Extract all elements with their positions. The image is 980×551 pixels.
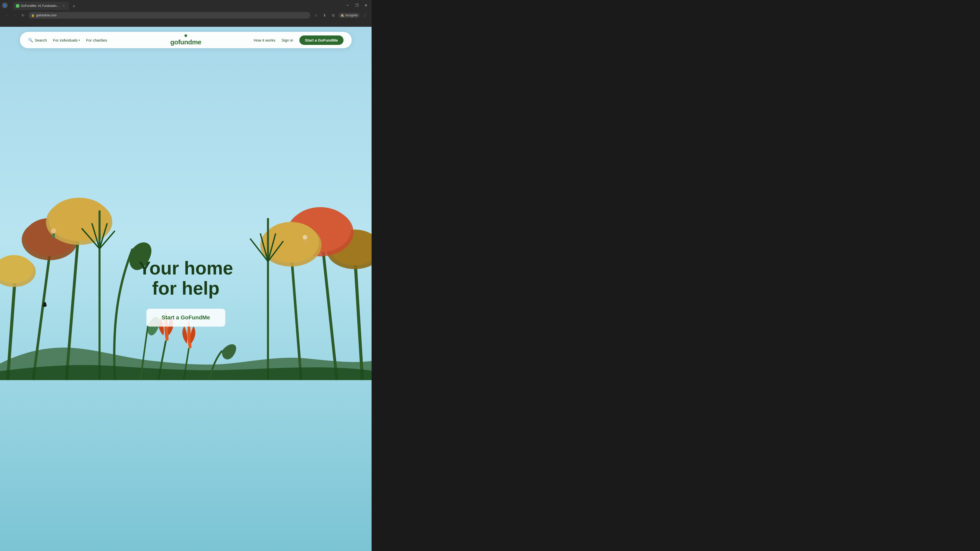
url-text: gofundme.com — [36, 14, 56, 17]
lock-icon: 🔒 — [31, 14, 35, 17]
window-buttons: − ❐ ✕ — [344, 2, 369, 9]
address-bar[interactable]: 🔒 gofundme.com — [29, 12, 310, 19]
logo-icon — [183, 34, 189, 37]
hero-title-line2: for help — [152, 278, 220, 299]
minimize-button[interactable]: − — [344, 2, 351, 9]
tab-favicon: G — [16, 4, 19, 8]
for-individuals-label: For individuals — [53, 38, 78, 42]
svg-line-38 — [184, 35, 185, 35]
start-gofundme-button[interactable]: Start a GoFundMe — [299, 35, 344, 45]
tab-close-button[interactable]: × — [62, 4, 66, 8]
bookmark-icon[interactable]: ☆ — [312, 12, 320, 19]
close-button[interactable]: ✕ — [363, 2, 369, 9]
incognito-badge: 🕵 Incognito — [339, 13, 360, 18]
logo[interactable]: gofundme — [170, 34, 201, 46]
hero-title-line1: Your home — [138, 258, 233, 278]
search-button[interactable]: 🔍 Search — [28, 38, 47, 43]
browser-actions: ☆ ⬇ ⧉ 🕵 Incognito ⋮ — [312, 12, 369, 19]
nav-right: How it works Sign in Start a GoFundMe — [201, 35, 344, 45]
start-button-label: Start a GoFundMe — [305, 38, 338, 42]
hero-content: Your home for help Start a GoFundMe — [138, 258, 233, 327]
page-content: 🔍 Search For individuals ▾ For charities — [0, 27, 372, 551]
hero-cta-label: Start a GoFundMe — [162, 314, 210, 321]
forward-button[interactable]: → — [11, 12, 18, 19]
hero-title: Your home for help — [138, 258, 233, 299]
for-charities-label: For charities — [86, 38, 107, 42]
incognito-label: Incognito — [345, 14, 358, 17]
title-bar: 👤 G GoFundMe: #1 Fundraising Pla... × + … — [0, 0, 372, 11]
tab-title: GoFundMe: #1 Fundraising Pla... — [21, 4, 60, 8]
nav-left: 🔍 Search For individuals ▾ For charities — [28, 38, 170, 43]
address-bar-row: ← → ↻ 🔒 gofundme.com ☆ ⬇ ⧉ 🕵 Incognito ⋮ — [0, 11, 372, 20]
profile-icon[interactable]: 👤 — [2, 3, 8, 8]
sign-in-label: Sign in — [282, 38, 293, 42]
split-screen-icon[interactable]: ⧉ — [330, 12, 337, 19]
tab-bar: G GoFundMe: #1 Fundraising Pla... × + — [11, 1, 343, 10]
active-tab[interactable]: G GoFundMe: #1 Fundraising Pla... × — [13, 2, 69, 10]
browser-chrome: 👤 G GoFundMe: #1 Fundraising Pla... × + … — [0, 0, 372, 27]
incognito-icon: 🕵 — [340, 14, 344, 17]
maximize-button[interactable]: ❐ — [353, 2, 360, 9]
chevron-down-icon: ▾ — [79, 39, 80, 41]
search-label: Search — [35, 38, 47, 42]
hero-cta-button[interactable]: Start a GoFundMe — [146, 309, 225, 327]
nav-controls: ← → ↻ — [3, 12, 27, 19]
download-icon[interactable]: ⬇ — [321, 12, 328, 19]
for-individuals-menu[interactable]: For individuals ▾ — [53, 38, 80, 42]
logo-text: gofundme — [170, 38, 201, 46]
new-tab-button[interactable]: + — [70, 3, 78, 10]
how-it-works-link[interactable]: How it works — [254, 38, 275, 42]
sign-in-button[interactable]: Sign in — [282, 38, 293, 42]
nav-center: gofundme — [170, 34, 201, 46]
menu-icon[interactable]: ⋮ — [361, 12, 369, 19]
navbar: 🔍 Search For individuals ▾ For charities — [20, 32, 352, 48]
reload-button[interactable]: ↻ — [19, 12, 27, 19]
window-controls: 👤 — [2, 3, 8, 8]
svg-point-36 — [185, 35, 187, 37]
for-charities-link[interactable]: For charities — [86, 38, 107, 42]
back-button[interactable]: ← — [3, 12, 10, 19]
search-icon: 🔍 — [28, 38, 33, 43]
how-it-works-label: How it works — [254, 38, 275, 42]
